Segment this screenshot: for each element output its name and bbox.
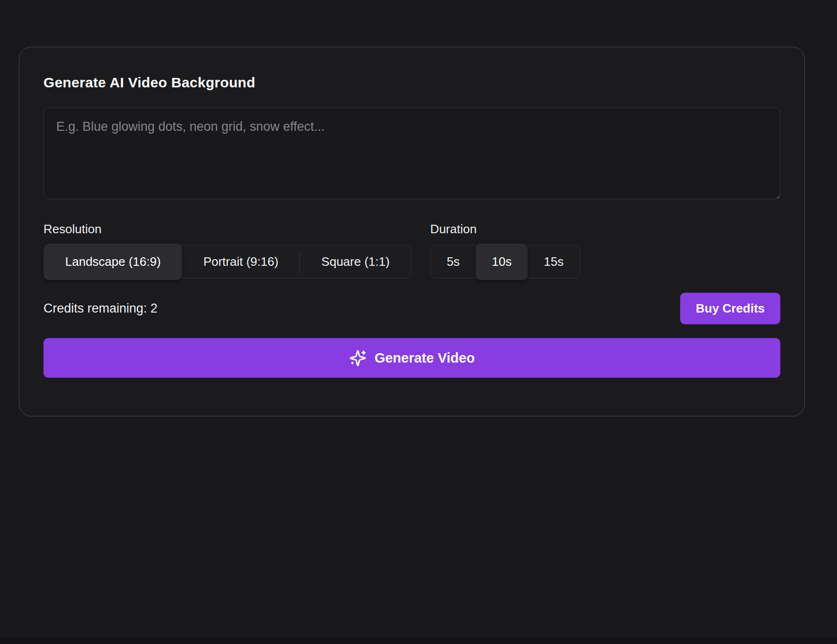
bottom-edge-strip [0,636,837,644]
page-title: Generate AI Video Background [43,75,780,91]
prompt-input[interactable] [43,108,780,199]
resolution-section: Resolution Landscape (16:9) Portrait (9:… [43,222,411,279]
generate-video-label: Generate Video [375,350,475,366]
generate-video-card: Generate AI Video Background Resolution … [19,47,805,416]
generate-video-button[interactable]: Generate Video [43,338,780,378]
resolution-option-portrait[interactable]: Portrait (9:16) [182,246,299,278]
controls-row: Resolution Landscape (16:9) Portrait (9:… [43,222,780,279]
duration-segmented-control: 5s 10s 15s [430,245,580,279]
resolution-option-landscape[interactable]: Landscape (16:9) [44,244,182,280]
buy-credits-button[interactable]: Buy Credits [680,293,780,324]
credits-remaining-text: Credits remaining: 2 [43,301,158,316]
duration-option-5s[interactable]: 5s [431,246,476,278]
resolution-label: Resolution [43,222,411,237]
resolution-segmented-control: Landscape (16:9) Portrait (9:16) Square … [43,245,411,279]
duration-option-15s[interactable]: 15s [528,246,580,278]
duration-option-10s[interactable]: 10s [476,244,528,280]
duration-label: Duration [430,222,580,237]
duration-section: Duration 5s 10s 15s [430,222,580,279]
credits-row: Credits remaining: 2 Buy Credits [43,293,780,324]
resolution-option-square[interactable]: Square (1:1) [300,246,411,278]
sparkles-icon [349,349,367,367]
